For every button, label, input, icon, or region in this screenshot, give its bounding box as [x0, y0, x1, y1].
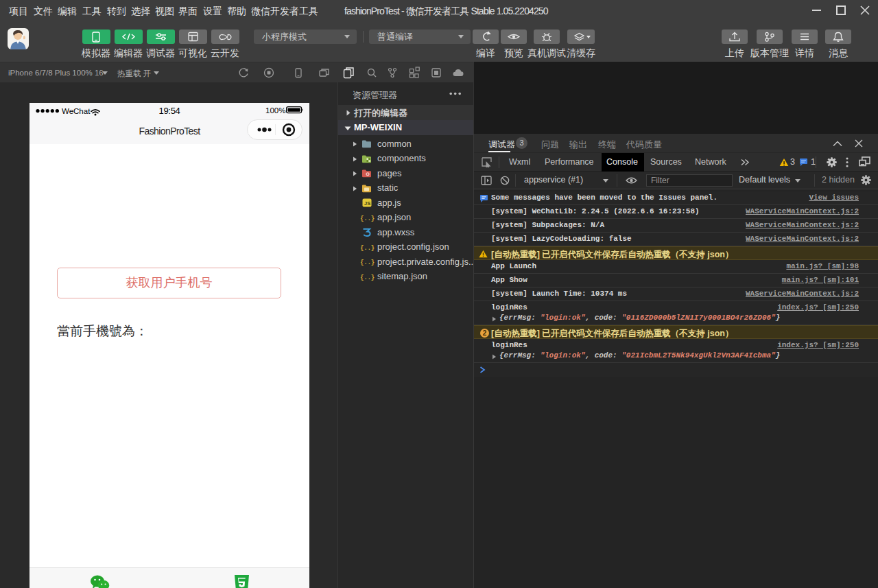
svg-text:JS: JS — [364, 200, 370, 207]
svg-text:{..}: {..} — [360, 274, 375, 281]
svg-text:{..}: {..} — [360, 259, 375, 266]
svg-text:{..}: {..} — [360, 215, 375, 222]
svg-text:{..}: {..} — [360, 244, 375, 252]
